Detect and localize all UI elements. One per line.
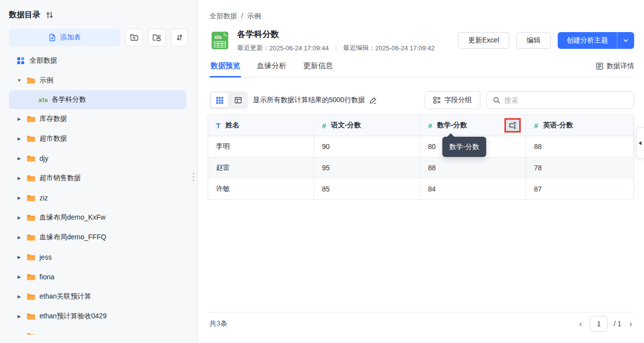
sidebar-item-folder-inventory[interactable]: ▶ 库存数据 <box>0 109 197 129</box>
table-view-button[interactable] <box>229 93 247 108</box>
chevron-down-icon <box>623 38 629 43</box>
text-type-icon: T <box>216 121 220 130</box>
column-header-english-score[interactable]: # 英语-分数 <box>526 115 634 136</box>
data-table: T 姓名 # 语文-分数 # 数学-分数 # <box>208 114 634 200</box>
tab-lineage-analysis[interactable]: 血缘分析 <box>256 61 287 77</box>
xls-badge: xls <box>38 96 48 104</box>
sidebar-item-folder-djy[interactable]: ▶ djy <box>0 149 197 168</box>
folder-icon <box>27 214 36 222</box>
edit-button[interactable]: 编辑 <box>516 32 551 49</box>
caret-right-icon[interactable]: ▶ <box>16 215 23 220</box>
catalog-title: 数据目录 <box>9 10 40 20</box>
breadcrumb-current: 示例 <box>247 12 261 21</box>
folder-icon <box>27 313 36 320</box>
table-header-row: T 姓名 # 语文-分数 # 数学-分数 # <box>208 115 634 136</box>
panel-collapse-button[interactable] <box>636 127 644 159</box>
table-row: 许敏 85 84 87 <box>208 179 634 199</box>
grid-view-button[interactable] <box>211 93 228 108</box>
field-group-button[interactable]: 字段分组 <box>425 91 480 109</box>
view-toggle <box>210 91 248 109</box>
folder-icon <box>27 273 36 281</box>
breadcrumb: 全部数据 / 示例 <box>210 12 634 21</box>
table-cell: 赵雷 <box>208 157 314 178</box>
main-panel: 全部数据 / 示例 xls 各学科分数 最近更新： 2025-06-24 17:… <box>198 0 644 343</box>
caret-right-icon[interactable]: ▶ <box>16 176 23 181</box>
caret-right-icon[interactable]: ▶ <box>16 294 23 299</box>
add-table-button[interactable]: 添加表 <box>9 29 120 46</box>
sidebar-item-folder-ethan-0429[interactable]: ▶ ethan预计算验收0429 <box>0 306 197 326</box>
folder-icon <box>27 234 36 241</box>
folder-icon <box>27 333 36 335</box>
table-row: 李明 90 80 88 <box>208 136 634 157</box>
pagination: ‹ / 1 › <box>577 316 634 332</box>
last-update-label: 最近更新： <box>237 43 269 52</box>
sidebar-item-all-data[interactable]: 全部数据 <box>0 51 197 71</box>
table-footer: 共3条 ‹ / 1 › <box>208 312 634 335</box>
sidebar-item-folder-fiona[interactable]: ▶ fiona <box>0 267 197 287</box>
caret-right-icon[interactable]: ▶ <box>16 314 23 319</box>
folder-icon <box>27 293 36 301</box>
tab-update-info[interactable]: 更新信息 <box>302 61 334 77</box>
column-header-name[interactable]: T 姓名 <box>208 115 314 136</box>
caret-right-icon[interactable]: ▶ <box>16 195 23 200</box>
rename-column-button[interactable] <box>504 118 521 133</box>
caret-right-icon[interactable]: ▶ <box>16 235 23 240</box>
next-page-button[interactable]: › <box>627 319 634 329</box>
chevron-left-icon: ‹ <box>579 319 582 329</box>
search-box <box>486 91 634 109</box>
folder-permission-button[interactable] <box>148 29 166 46</box>
table-cell: 88 <box>526 136 634 157</box>
table-cell: 78 <box>526 157 634 178</box>
filter-settings-icon[interactable] <box>45 11 54 19</box>
sidebar-item-folder-market-sales[interactable]: ▶ 超市销售数据 <box>0 168 197 188</box>
folder-plus-icon <box>130 34 139 41</box>
caret-right-icon[interactable]: ▶ <box>16 156 23 161</box>
search-input[interactable] <box>504 96 628 104</box>
sidebar-item-folder-examples[interactable]: ▼ 示例 <box>0 71 197 90</box>
caret-right-icon[interactable]: ▶ <box>16 255 23 260</box>
caret-down-icon[interactable]: ▼ <box>16 78 23 83</box>
catalog-tree: 全部数据 ▼ 示例 xls 各学科分数 ▶ 库存数据 ▶ 超 <box>0 51 197 335</box>
sidebar-item-folder-market[interactable]: ▶ 超市数据 <box>0 129 197 149</box>
caret-right-icon[interactable]: ▶ <box>16 274 23 279</box>
sidebar-item-folder-ziz[interactable]: ▶ ziz <box>0 188 197 208</box>
rename-column-icon <box>509 122 517 129</box>
xls-file-icon: xls <box>210 30 230 51</box>
page-title: 各学科分数 <box>237 29 434 40</box>
create-analysis-button[interactable]: 创建分析主题 <box>558 32 617 49</box>
data-details-link[interactable]: 数据详情 <box>596 62 634 77</box>
tab-data-preview[interactable]: 数据预览 <box>210 61 241 77</box>
folder-icon <box>27 135 36 143</box>
table-cell: 90 <box>314 136 420 157</box>
last-edit-label: 最近编辑： <box>343 43 375 52</box>
sidebar-item-folder-lineage-kxfw[interactable]: ▶ 血缘布局demo_KxFw <box>0 208 197 228</box>
page-input[interactable] <box>590 316 608 332</box>
table-cell: 88 <box>420 157 526 178</box>
breadcrumb-root[interactable]: 全部数据 <box>210 12 237 21</box>
sidebar-item-folder-lineage-fffq[interactable]: ▶ 血缘布局demo_FFFQ <box>0 228 197 247</box>
column-header-chinese-score[interactable]: # 语文-分数 <box>314 115 420 136</box>
caret-right-icon[interactable]: ▶ <box>16 116 23 121</box>
create-analysis-dropdown-button[interactable] <box>617 32 634 49</box>
update-excel-button[interactable]: 更新Excel <box>458 32 509 49</box>
new-folder-button[interactable] <box>125 29 143 46</box>
last-edit-value: 2025-06-24 17:09:42 <box>375 44 435 52</box>
sidebar-item-folder-ethan-join[interactable]: ▶ ethan关联预计算 <box>0 287 197 306</box>
column-tooltip: 数学-分数 <box>442 137 486 157</box>
sort-button[interactable] <box>171 29 188 46</box>
edit-row-limit-button[interactable] <box>369 96 377 105</box>
sidebar-item-folder-jess[interactable]: ▶ jess <box>0 247 197 267</box>
table-row: 赵雷 95 88 78 <box>208 157 634 179</box>
caret-right-icon[interactable]: ▶ <box>16 136 23 141</box>
sidebar-item-dataset-selected[interactable]: xls 各学科分数 <box>9 90 186 109</box>
table-cell: 李明 <box>208 136 314 157</box>
create-analysis-split-button: 创建分析主题 <box>558 32 634 49</box>
total-count-text: 共3条 <box>210 319 227 328</box>
last-update-value: 2025-06-24 17:09:44 <box>269 44 329 52</box>
sidebar-resize-handle[interactable] <box>191 168 195 186</box>
column-header-math-score[interactable]: # 数学-分数 <box>420 115 526 136</box>
preview-toolbar: 显示所有数据计算结果的5000行数据 字段分组 <box>210 91 634 109</box>
sidebar-item-partial[interactable] <box>0 326 197 335</box>
prev-page-button[interactable]: ‹ <box>577 319 584 329</box>
table-cell: 85 <box>314 179 420 199</box>
